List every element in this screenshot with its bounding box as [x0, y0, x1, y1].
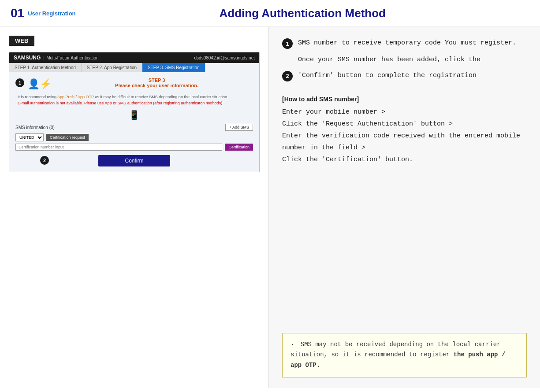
ss-badge-2: 2: [40, 156, 49, 165]
main-content: WEB SAMSUNG | Multi-Factor Authenticatio…: [0, 27, 540, 388]
instruction-badge-1: 1: [282, 38, 293, 49]
how-to-step-4: Click the 'Certification' button.: [282, 154, 527, 166]
instruction-badge-2: 2: [282, 71, 293, 81]
instruction-item-1: 1 SMS number to receive temporary code Y…: [282, 37, 527, 49]
left-panel: WEB SAMSUNG | Multi-Factor Authenticatio…: [0, 27, 269, 388]
right-panel: 1 SMS number to receive temporary code Y…: [269, 27, 540, 388]
screenshot-frame: SAMSUNG | Multi-Factor Authentication ds…: [9, 52, 260, 172]
ss-tab-1[interactable]: STEP 1. Authentication Method: [9, 63, 82, 72]
ss-tab-2[interactable]: STEP 2. App Registration: [82, 63, 142, 72]
ss-step3-block: STEP 3 Please check your user informatio…: [60, 78, 253, 88]
ss-sms-label: SMS information (0): [15, 125, 55, 130]
ss-step-header: 1 👤⚡ STEP 3 Please check your user infor…: [15, 78, 253, 91]
instruction-text-2: 'Confirm' button to complete the registr…: [298, 70, 477, 81]
ss-note-2: · E-mail authentication is not available…: [15, 100, 253, 107]
note-bullet: ·: [290, 341, 294, 348]
ss-body: 1 👤⚡ STEP 3 Please check your user infor…: [9, 72, 259, 172]
right-content: 1 SMS number to receive temporary code Y…: [282, 37, 527, 377]
step-number: 01: [11, 6, 24, 20]
how-to-step-2: Click the 'Request Authentication' butto…: [282, 118, 527, 130]
step-label: User Registration: [28, 10, 75, 17]
instruction-item-2-block: Once your SMS number has been added, cli…: [282, 54, 527, 87]
ss-badge-1: 1: [15, 78, 24, 87]
instruction-text-1: SMS number to receive temporary code You…: [298, 37, 516, 49]
ss-tab-3[interactable]: STEP 3. SMS Registration: [142, 63, 205, 72]
page-title: Adding Authentication Method: [76, 7, 529, 20]
instruction-item-2: 2 'Confirm' button to complete the regis…: [282, 70, 527, 81]
ss-input-row-1: UNITED Certification request: [15, 133, 253, 141]
how-to-step-3: Enter the verification code received wit…: [282, 130, 527, 154]
ss-cert-number-input[interactable]: [15, 144, 222, 151]
how-to-title: [How to add SMS number]: [282, 96, 527, 103]
ss-country-select[interactable]: UNITED: [15, 133, 44, 141]
ss-confirm-button[interactable]: Confirm: [98, 155, 170, 166]
how-to-step-1: Enter your mobile number >: [282, 106, 527, 118]
ss-sms-info-row: SMS information (0) + Add SMS: [15, 124, 253, 131]
web-badge: WEB: [9, 36, 34, 46]
ss-note-1: · It is recommend using App Push / App O…: [15, 94, 253, 100]
ss-tabs: STEP 1. Authentication Method STEP 2. Ap…: [9, 63, 259, 72]
how-to-block: [How to add SMS number] Enter your mobil…: [282, 96, 527, 166]
ss-notes: · It is recommend using App Push / App O…: [15, 94, 253, 106]
instruction-text-2-prefix: Once your SMS number has been added, cli…: [298, 54, 527, 66]
ss-phone-icon: 📱: [15, 110, 253, 120]
ss-step3-label: STEP 3: [60, 78, 253, 83]
spacer: [282, 166, 527, 315]
ss-email: dsds08042.id@samsungds.net: [194, 55, 255, 60]
ss-cert-request-button[interactable]: Certification request: [46, 134, 89, 141]
page-header: 01 User Registration Adding Authenticati…: [0, 0, 540, 27]
ss-add-sms-button[interactable]: + Add SMS: [225, 124, 253, 131]
ss-subtitle: Multi-Factor Authentication: [46, 55, 98, 60]
ss-step3-subtitle: Please check your user information.: [60, 83, 253, 88]
ss-separator: |: [43, 55, 45, 60]
ss-certification-button[interactable]: Certification: [225, 144, 253, 151]
ss-topbar: SAMSUNG | Multi-Factor Authentication ds…: [9, 52, 259, 63]
ss-brand: SAMSUNG: [14, 55, 41, 61]
ss-confirm-row: 2 Confirm: [15, 155, 253, 166]
ss-input-row-2: Certification: [15, 144, 253, 151]
note-box: · SMS may not be received depending on t…: [282, 333, 527, 377]
